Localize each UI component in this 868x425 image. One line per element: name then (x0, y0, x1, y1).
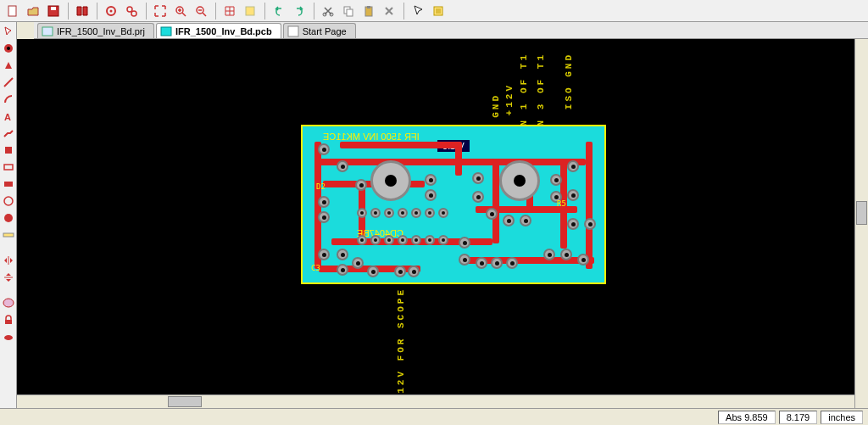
document-tabs: IFR_1500_Inv_Bd.prj IFR_1500_Inv_Bd.pcb … (34, 22, 868, 39)
pad (337, 264, 348, 276)
svg-rect-9 (246, 7, 254, 15)
cut-button[interactable] (319, 2, 337, 20)
pad (567, 218, 579, 230)
pad (486, 208, 498, 220)
canvas[interactable]: ISO GND PIN 3 OF T1 PIN 1 OF T1 +12V GND… (17, 39, 868, 408)
copper-trace (314, 159, 586, 165)
pad (318, 143, 330, 155)
undo-button[interactable] (270, 2, 288, 20)
tab-project[interactable]: IFR_1500_Inv_Bd.prj (37, 23, 154, 38)
copper-trace (455, 142, 462, 176)
pad (459, 254, 470, 266)
grid-button[interactable] (220, 2, 239, 20)
vertical-scrollbar[interactable] (854, 39, 868, 408)
start-icon (287, 25, 299, 37)
new-file-button[interactable] (3, 2, 22, 20)
tab-pcb[interactable]: IFR_1500_Inv_Bd.pcb (156, 23, 281, 38)
toolbar-sep (403, 3, 405, 20)
svg-text:A: A (4, 112, 11, 122)
rect-tool[interactable] (1, 159, 16, 175)
polygon-tool[interactable] (1, 58, 16, 73)
track-tool[interactable] (1, 126, 16, 141)
pad (560, 249, 572, 260)
fill-tool[interactable] (1, 176, 16, 192)
pad (337, 249, 348, 260)
settings-button[interactable] (102, 2, 120, 20)
pad (352, 257, 364, 269)
tab-start-page[interactable]: Start Page (283, 23, 356, 38)
pad (543, 249, 555, 260)
open-button[interactable] (24, 2, 42, 20)
horizontal-scrollbar[interactable] (17, 394, 854, 408)
delete-button[interactable] (380, 2, 398, 20)
pcb-board[interactable]: IFR 1500 INV MK11CE V 1.0 (301, 125, 606, 284)
zoom-out-button[interactable] (192, 2, 210, 20)
circle-fill-tool[interactable] (1, 210, 16, 226)
pad (425, 189, 437, 201)
pad (370, 235, 381, 245)
silkscreen-r-ref: R5 (557, 199, 566, 208)
copper-trace (340, 142, 459, 148)
annot-gnd: GND (491, 93, 501, 118)
highlight-button[interactable] (241, 2, 259, 20)
save-button[interactable] (44, 2, 63, 20)
pad (318, 211, 330, 223)
svg-rect-0 (8, 6, 16, 16)
pad-tool[interactable] (1, 143, 16, 158)
pad (472, 172, 484, 184)
status-bar: Abs 9.859 8.179 inches (0, 408, 868, 425)
vscroll-thumb[interactable] (856, 201, 867, 225)
status-units-cell: inches (821, 411, 863, 424)
hscroll-thumb[interactable] (168, 396, 202, 407)
main-toolbar (0, 0, 868, 22)
lock-tool[interactable] (1, 312, 16, 327)
pad (394, 266, 406, 277)
copper-trace (586, 142, 593, 269)
pad (476, 257, 487, 269)
svg-rect-28 (3, 233, 14, 237)
tab-label: IFR_1500_Inv_Bd.pcb (175, 26, 272, 36)
status-abs-label: Abs (726, 412, 742, 422)
pcb-icon (160, 25, 172, 37)
pad (491, 257, 503, 269)
pad (520, 215, 531, 226)
redo-button[interactable] (290, 2, 309, 20)
via-tool[interactable] (1, 41, 16, 56)
pad (398, 235, 408, 245)
svg-point-21 (7, 47, 10, 50)
palette-tool[interactable] (1, 295, 16, 310)
zoom-fit-button[interactable] (151, 2, 170, 20)
toolbar-sep (68, 3, 70, 20)
pad (567, 189, 579, 201)
tab-label: IFR_1500_Inv_Bd.prj (57, 26, 145, 36)
status-units: inches (828, 412, 855, 422)
pad (472, 191, 484, 203)
flip-h-tool[interactable] (1, 253, 16, 268)
flip-v-tool[interactable] (1, 270, 16, 285)
svg-rect-30 (5, 320, 12, 324)
zoom-in-button[interactable] (171, 2, 190, 20)
svg-point-29 (3, 299, 14, 307)
tab-label: Start Page (303, 26, 347, 36)
pointer-button[interactable] (409, 2, 427, 20)
status-x: 9.859 (744, 412, 768, 422)
ruler-tool[interactable] (1, 227, 16, 243)
text-tool[interactable]: A (1, 109, 16, 124)
cloud-tool[interactable] (1, 329, 16, 344)
arc-tool[interactable] (1, 92, 16, 107)
toolbar-sep (264, 3, 266, 20)
copy-button[interactable] (339, 2, 358, 20)
pad (577, 254, 589, 266)
line-tool[interactable] (1, 75, 16, 90)
toolbar-sep (314, 3, 315, 20)
circle-tool[interactable] (1, 193, 16, 209)
pad (425, 235, 435, 245)
select-tool[interactable] (1, 24, 16, 39)
pad (384, 208, 394, 218)
annot-plus12: +12V (504, 83, 515, 115)
paste-button[interactable] (359, 2, 378, 20)
library-button[interactable] (73, 2, 92, 20)
properties-button[interactable] (429, 2, 448, 20)
settings2-button[interactable] (122, 2, 141, 20)
pad (357, 235, 367, 245)
